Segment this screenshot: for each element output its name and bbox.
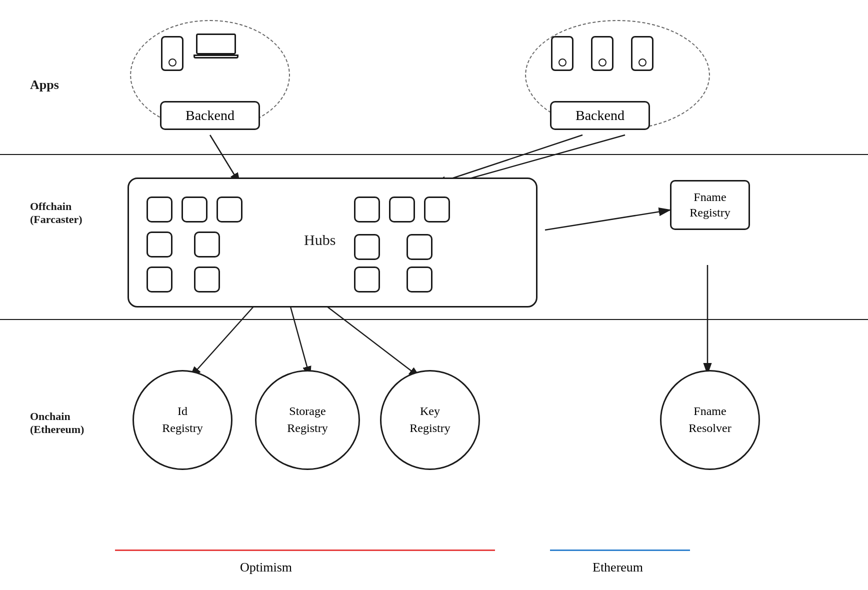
hub-node-9 [354,234,380,260]
phone-icon-right-2 [591,36,614,71]
fname-resolver-circle: Fname Resolver [660,370,760,470]
ethereum-network-label: Ethereum [592,560,643,575]
hub-node-8 [424,196,450,222]
storage-registry-label: Storage Registry [287,403,328,436]
hub-node-6 [354,196,380,222]
fname-registry-label: Fname Registry [690,190,730,220]
key-registry-circle: Key Registry [380,370,480,470]
hub-node-3 [216,196,242,222]
diagram: Apps Offchain (Farcaster) Onchain (Ether… [0,0,868,590]
hub-node-2 [182,196,208,222]
backend-right-box: Backend [550,101,650,130]
fname-resolver-label: Fname Resolver [688,403,731,436]
laptop-icon [196,34,236,61]
hub-node-7 [389,196,415,222]
divider-apps-offchain [0,154,868,155]
storage-registry-circle: Storage Registry [255,370,360,470]
phone-icon-right-3 [631,36,654,71]
phone-icon-right-1 [551,36,574,71]
apps-label: Apps [30,78,59,92]
hub-node-13 [354,266,380,292]
backend-left-box: Backend [160,101,260,130]
backend-left-label: Backend [186,108,234,124]
ethereum-line [550,550,690,551]
key-registry-label: Key Registry [410,403,450,436]
optimism-line [115,550,495,551]
id-registry-label: Id Registry [162,403,202,436]
hub-node-14 [406,266,432,292]
optimism-network-label: Optimism [240,560,292,575]
hub-node-12 [194,266,220,292]
hub-node-1 [146,196,172,222]
hub-node-5 [194,232,220,258]
backend-right-label: Backend [576,108,624,124]
onchain-label: Onchain (Ethereum) [30,410,84,436]
hub-node-10 [406,234,432,260]
phone-icon-left [161,36,184,71]
hub-node-11 [146,266,172,292]
id-registry-circle: Id Registry [132,370,232,470]
hubs-label: Hubs [304,232,336,248]
hubs-box: Hubs [128,178,538,308]
offchain-label: Offchain (Farcaster) [30,200,82,226]
hub-node-4 [146,232,172,258]
divider-offchain-onchain [0,319,868,320]
fname-registry-box: Fname Registry [670,180,750,230]
